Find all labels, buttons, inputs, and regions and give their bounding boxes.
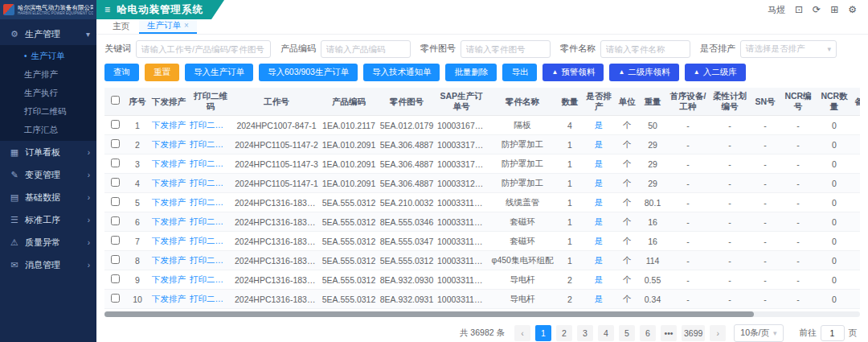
sidebar-group-quality-exception[interactable]: ⚠ 质量异常 › (0, 231, 96, 253)
sidebar-item-production-order[interactable]: • 生产订单 (0, 47, 96, 65)
select-all-cell (104, 88, 125, 116)
row-checkbox[interactable] (111, 159, 120, 167)
sidebar-item-process-summary[interactable]: 工序汇总 (0, 121, 96, 139)
row-checkbox[interactable] (111, 274, 120, 283)
send-schedule-link[interactable]: 下发排产 (149, 270, 188, 290)
page-button[interactable]: 1 (535, 325, 551, 341)
row-checkbox[interactable] (111, 255, 120, 264)
warn-picking-button[interactable]: ▲ 预警领料 (542, 64, 604, 81)
print-qr-link[interactable]: 打印二维码 (188, 232, 233, 251)
settings-icon[interactable]: ⚙ (848, 4, 857, 15)
goto-page-input[interactable] (821, 325, 845, 341)
next-page-icon[interactable]: › (710, 325, 726, 341)
page-button-last[interactable]: 3699 (682, 325, 705, 341)
cell-first-device: - (667, 193, 709, 212)
sidebar-group-base-data[interactable]: ▤ 基础数据 › (0, 186, 96, 208)
cell-part-name: 导电杆 (487, 270, 558, 290)
sidebar-item-production-execution[interactable]: 生产执行 (0, 84, 96, 102)
send-schedule-link[interactable]: 下发排产 (149, 212, 188, 232)
cell-quantity: 4 (558, 116, 582, 135)
print-qr-link[interactable]: 打印二维码 (188, 251, 233, 270)
apps-grid-icon[interactable]: ⊞ (830, 4, 838, 15)
sidebar-collapse-icon[interactable]: ≡ (104, 4, 110, 15)
import-tech-notice-button[interactable]: 导入技术通知单 (363, 64, 440, 81)
scrollbar-thumb[interactable] (104, 311, 754, 317)
tab-production-order[interactable]: 生产订单 × (139, 19, 197, 34)
search-button[interactable]: 查询 (104, 64, 139, 81)
refresh-icon[interactable]: ⟳ (813, 4, 821, 15)
sidebar-group-production[interactable]: ⚙ 生产管理 ▾ (0, 23, 96, 45)
page-button[interactable]: 3 (577, 325, 593, 341)
sidebar-group-label: 基础数据 (25, 192, 82, 204)
print-qr-link[interactable]: 打印二维码 (188, 290, 233, 309)
column-header: 备注 (852, 88, 860, 116)
fullscreen-icon[interactable]: ⊡ (795, 4, 803, 15)
page-button[interactable]: 2 (556, 325, 572, 341)
cell-part-no: 5EA.210.0032 (378, 193, 436, 212)
tab-home[interactable]: 主页 (104, 19, 137, 34)
print-qr-link[interactable]: 打印二维码 (188, 212, 233, 232)
reset-button[interactable]: 重置 (145, 64, 179, 81)
print-qr-link[interactable]: 打印二维码 (188, 135, 233, 155)
sidebar-group-order-board[interactable]: ▦ 订单看板 › (0, 141, 96, 163)
user-name[interactable]: 马煜 (768, 4, 785, 16)
print-qr-link[interactable]: 打印二维码 (188, 155, 233, 174)
row-checkbox[interactable] (111, 294, 120, 303)
row-checkbox[interactable] (111, 178, 120, 187)
page-button[interactable]: 5 (619, 325, 635, 341)
send-schedule-link[interactable]: 下发排产 (149, 116, 188, 135)
l2-inbound-button[interactable]: ▲ 入二级库 (685, 64, 746, 81)
cell-ncr-no: - (780, 174, 817, 193)
sidebar-group-message-mgmt[interactable]: ✉ 消息管理 › (0, 253, 96, 276)
scheduled-select[interactable]: 请选择是否排产 ▾ (740, 40, 837, 58)
cell-part-no: 5EA.306.4887 (378, 155, 436, 174)
part-no-input[interactable] (461, 40, 551, 58)
send-schedule-link[interactable]: 下发排产 (149, 193, 188, 212)
import-order-button[interactable]: 导入生产订单 (185, 64, 253, 81)
close-icon[interactable]: × (184, 21, 189, 30)
part-name-input[interactable] (600, 40, 690, 58)
cell-flex-plan-no: - (709, 174, 751, 193)
page-size-select[interactable]: 10条/页 ▾ (734, 324, 783, 342)
l2-picking-button[interactable]: ▲ 二级库领料 (609, 64, 678, 81)
page-button[interactable]: 4 (598, 325, 614, 341)
cell-part-name: 防护罩加工 (487, 174, 558, 193)
send-schedule-link[interactable]: 下发排产 (149, 174, 188, 193)
import-603-button[interactable]: 导入603/903生产订单 (259, 64, 358, 81)
prev-page-icon[interactable]: ‹ (514, 325, 530, 341)
row-checkbox-cell (104, 212, 125, 232)
table-header-row: 序号下发排产打印二维码工作号产品编码零件图号SAP生产订单号零件名称数量是否排产… (104, 88, 860, 116)
sidebar-group-change-mgmt[interactable]: ✎ 变更管理 › (0, 163, 96, 186)
cell-product-code: 1EA.010.2117 (320, 116, 378, 135)
keyword-input[interactable] (136, 40, 271, 58)
print-qr-link[interactable]: 打印二维码 (188, 193, 233, 212)
product-code-input[interactable] (321, 40, 411, 58)
sidebar-group-standard-process[interactable]: ☰ 标准工序 › (0, 208, 96, 231)
batch-delete-button[interactable]: 批量删除 (445, 64, 497, 81)
print-qr-link[interactable]: 打印二维码 (188, 270, 233, 290)
row-checkbox[interactable] (111, 139, 120, 148)
send-schedule-link[interactable]: 下发排产 (149, 232, 188, 251)
export-button[interactable]: 导出 (502, 64, 537, 81)
page-ellipsis[interactable]: ••• (661, 325, 677, 341)
send-schedule-link[interactable]: 下发排产 (149, 290, 188, 309)
row-checkbox[interactable] (111, 120, 120, 129)
print-qr-link[interactable]: 打印二维码 (188, 116, 233, 135)
sidebar-item-production-scheduling[interactable]: 生产排产 (0, 65, 96, 84)
cell-index: 8 (125, 251, 149, 270)
page-button[interactable]: 6 (640, 325, 656, 341)
send-schedule-link[interactable]: 下发排产 (149, 155, 188, 174)
l2-inbound-label: 入二级库 (703, 67, 737, 78)
cell-weight: 0.55 (638, 270, 667, 290)
send-schedule-link[interactable]: 下发排产 (149, 251, 188, 270)
cell-ncr-qty: 0 (817, 270, 852, 290)
message-icon: ✉ (10, 260, 19, 270)
row-checkbox[interactable] (111, 216, 120, 225)
sidebar-item-print-qrcode[interactable]: 打印二维码 (0, 102, 96, 121)
send-schedule-link[interactable]: 下发排产 (149, 135, 188, 155)
row-checkbox[interactable] (111, 197, 120, 206)
select-all-checkbox[interactable] (111, 96, 120, 105)
row-checkbox[interactable] (111, 236, 120, 245)
chevron-down-icon: ▾ (827, 45, 831, 53)
print-qr-link[interactable]: 打印二维码 (188, 174, 233, 193)
